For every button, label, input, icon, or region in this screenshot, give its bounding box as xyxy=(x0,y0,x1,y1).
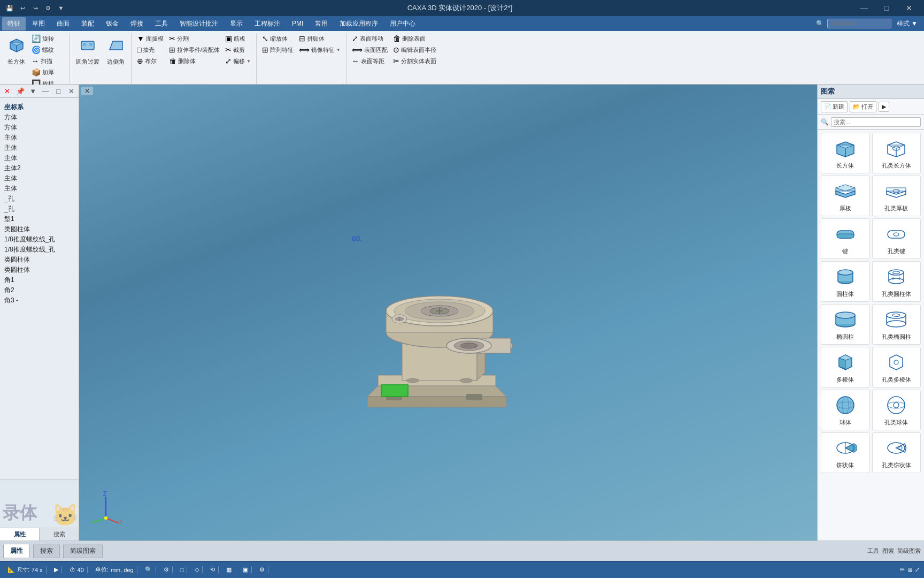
tree-item-3[interactable]: 主体 xyxy=(3,133,75,143)
tree-item-16[interactable]: 类圆柱体 xyxy=(3,265,75,275)
qa-settings[interactable]: ⚙ xyxy=(43,3,53,13)
status-play[interactable]: ▶ xyxy=(51,566,62,573)
tree-item-12[interactable]: 类圆柱体 xyxy=(3,224,75,234)
shape-plate[interactable]: 厚板 xyxy=(821,176,870,216)
btn-fit[interactable]: ⊟ 拼贴体 xyxy=(297,33,343,44)
rp-open-btn[interactable]: 📂 打开 xyxy=(850,101,876,112)
tree-item-2[interactable]: 方体 xyxy=(3,123,75,133)
lp-collapse-btn[interactable]: — xyxy=(41,86,51,96)
menu-display[interactable]: 显示 xyxy=(225,17,248,31)
tree-item-18[interactable]: 角2 xyxy=(3,285,75,295)
shape-pie[interactable]: 饼状体 xyxy=(821,432,870,473)
status-settings[interactable]: ⚙ xyxy=(160,566,173,573)
menu-addons[interactable]: 加载应用程序 xyxy=(334,17,383,31)
shape-ellipse-hole[interactable]: 孔类椭圆柱 xyxy=(872,304,921,345)
tree-item-14[interactable]: 1/8推度螺纹线_孔 xyxy=(3,245,75,255)
lp-close-btn[interactable]: ✕ xyxy=(2,86,13,96)
shape-plate-hole[interactable]: 孔类厚板 xyxy=(872,176,921,216)
minimize-button[interactable]: — xyxy=(853,1,875,15)
tree-item-9[interactable]: _孔 xyxy=(3,194,75,204)
menu-user-center[interactable]: 用户中心 xyxy=(384,17,421,31)
menu-feature[interactable]: 特征 xyxy=(2,17,26,31)
status-rotate[interactable]: ⟲ xyxy=(207,566,219,573)
figure-tab[interactable]: 图索 xyxy=(882,547,894,555)
lp-pin-btn[interactable]: 📌 xyxy=(15,86,26,96)
lp-float-btn[interactable]: □ xyxy=(53,86,64,96)
menu-weld[interactable]: 焊接 xyxy=(125,17,149,31)
btn-draft[interactable]: ▼ 面拔模 xyxy=(135,33,166,44)
shape-box-hole[interactable]: 孔类长方体 xyxy=(872,133,921,173)
tree-section-coord[interactable]: 坐标系 xyxy=(3,102,75,112)
btn-mirror-feature[interactable]: ⟺ 镜像特征 ▼ xyxy=(297,44,343,55)
lp-close2-btn[interactable]: ✕ xyxy=(66,86,76,96)
tree-item-10[interactable]: _孔 xyxy=(3,204,75,214)
btn-split[interactable]: ✂ 分割 xyxy=(167,33,222,44)
btn-edit-surface-radius[interactable]: ⊙ 编辑表面半径 xyxy=(391,44,438,55)
shape-key[interactable]: 键 xyxy=(821,218,870,259)
btn-delete-surface[interactable]: 🗑 删除表面 xyxy=(391,33,438,44)
lp-tab-properties[interactable]: 属性 xyxy=(0,528,40,541)
qa-dropdown[interactable]: ▼ xyxy=(56,3,66,13)
btn-surface-move[interactable]: ⤢ 表面移动 xyxy=(350,33,390,44)
qa-save[interactable]: 💾 xyxy=(4,3,15,13)
search-icon[interactable]: 🔍 xyxy=(815,19,825,28)
btn-pull-comp[interactable]: ⊞ 拉伸零件/装配体 xyxy=(167,44,222,55)
tree-item-15[interactable]: 类圆柱体 xyxy=(3,255,75,265)
close-button[interactable]: ✕ xyxy=(898,1,920,15)
status-box-select[interactable]: □ xyxy=(177,567,188,573)
tree-item-11[interactable]: 型1 xyxy=(3,214,75,224)
shape-cylinder-hole[interactable]: 孔类圆柱体 xyxy=(872,261,921,302)
menu-common[interactable]: 常用 xyxy=(310,17,333,31)
status-more[interactable]: ⚙ xyxy=(256,566,268,573)
btab-library[interactable]: 简级图索 xyxy=(63,544,103,558)
shape-polygon-hole[interactable]: 孔类多棱体 xyxy=(872,347,921,387)
btn-revolve[interactable]: 🔄 旋转 xyxy=(29,33,66,44)
shape-polygon[interactable]: 多棱体 xyxy=(821,347,870,387)
btn-cut[interactable]: ✂ 截剪 xyxy=(223,44,253,55)
menu-assembly[interactable]: 装配 xyxy=(76,17,99,31)
btn-scale[interactable]: ⤡ 缩放体 xyxy=(260,33,296,44)
btn-bool[interactable]: ⊕ 布尔 xyxy=(135,56,166,66)
viewport-close-btn[interactable]: ✕ xyxy=(81,87,93,95)
style-button[interactable]: 样式 ▼ xyxy=(892,17,922,31)
btab-search[interactable]: 搜索 xyxy=(33,544,60,558)
shape-pie-hole[interactable]: 孔类饼状体 xyxy=(872,432,921,473)
menu-tools[interactable]: 工具 xyxy=(150,17,173,31)
btn-thread[interactable]: 🌀 螺纹 xyxy=(29,44,66,55)
tree-item-19[interactable]: 角3 - xyxy=(3,295,75,306)
tree-item-17[interactable]: 角1 xyxy=(3,275,75,285)
status-snap[interactable]: ◇ xyxy=(191,566,203,573)
simple-tab[interactable]: 简级图索 xyxy=(897,547,921,555)
shape-search-input[interactable] xyxy=(831,117,921,127)
menu-surface[interactable]: 曲面 xyxy=(51,17,75,31)
tree-item-13[interactable]: 1/8推度螺纹线_孔 xyxy=(3,234,75,245)
status-zoom[interactable]: 🔍 xyxy=(142,566,156,573)
menu-engineering[interactable]: 工程标注 xyxy=(249,17,286,31)
shape-sphere[interactable]: 球体 xyxy=(821,390,870,430)
btn-box[interactable]: 长方体 xyxy=(4,33,28,70)
viewport[interactable]: ✕ 60. xyxy=(79,85,817,541)
btn-round-over[interactable]: 圆角过渡 xyxy=(73,33,103,70)
btn-thicken[interactable]: 📦 加厚 xyxy=(29,67,66,78)
rp-new-btn[interactable]: 📄 新建 xyxy=(821,101,848,112)
tree-item-4[interactable]: 主体 xyxy=(3,143,75,153)
btn-surface-match[interactable]: ⟺ 表面匹配 xyxy=(350,44,390,55)
status-grid2[interactable]: ▣ xyxy=(240,566,252,573)
btn-delete-body[interactable]: 🗑 删除体 xyxy=(167,56,222,66)
tool-tab[interactable]: 工具 xyxy=(867,547,879,555)
menu-smart-design[interactable]: 智能设计批注 xyxy=(174,17,224,31)
btn-rib[interactable]: ▣ 筋板 xyxy=(223,33,253,44)
rp-more-btn[interactable]: ▶ xyxy=(879,102,889,112)
btn-shell[interactable]: □ 抽壳 xyxy=(135,44,166,55)
tree-item-1[interactable]: 方体 xyxy=(3,112,75,123)
shape-sphere-hole[interactable]: 孔类球体 xyxy=(872,390,921,430)
tree-item-5[interactable]: 主体 xyxy=(3,153,75,163)
qa-redo[interactable]: ↪ xyxy=(30,3,41,13)
shape-key-hole[interactable]: 孔类键 xyxy=(872,218,921,259)
btab-properties[interactable]: 属性 xyxy=(3,544,30,558)
shape-ellipse[interactable]: 椭圆柱 xyxy=(821,304,870,345)
tree-item-8[interactable]: 主体 xyxy=(3,184,75,194)
shape-box[interactable]: 长方体 xyxy=(821,133,870,173)
btn-array-feature[interactable]: ⊞ 阵列特征 xyxy=(260,44,296,55)
status-grid1[interactable]: ▦ xyxy=(223,566,235,573)
